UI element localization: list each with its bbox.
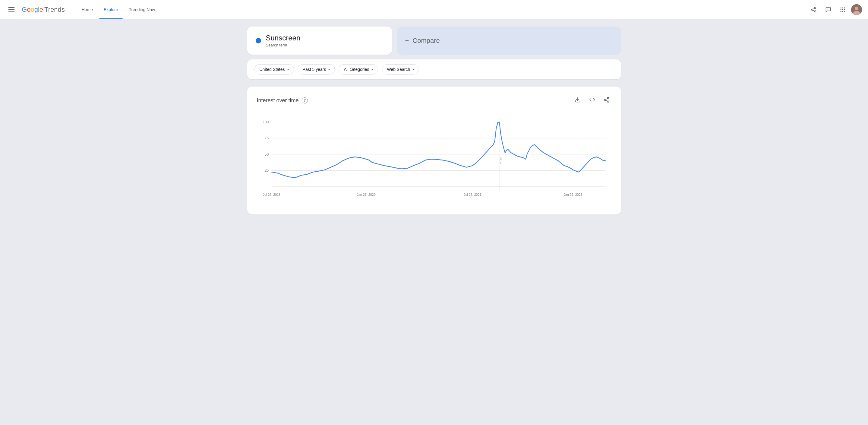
svg-point-13 (844, 11, 845, 12)
location-chevron-icon: ▾ (287, 68, 289, 71)
categories-filter-label: All categories (344, 67, 369, 72)
svg-point-5 (841, 7, 841, 8)
svg-text:25: 25 (265, 168, 269, 173)
svg-point-12 (842, 11, 843, 12)
svg-point-7 (844, 7, 845, 8)
logo-e: e (39, 6, 43, 13)
svg-line-3 (813, 10, 815, 11)
main-nav: Home Explore Trending Now (77, 0, 160, 19)
time-range-chevron-icon: ▾ (328, 68, 330, 71)
location-filter[interactable]: United States ▾ (254, 64, 294, 74)
chart-title-row: Interest over time ? (257, 97, 308, 104)
svg-text:Jul 25, 2021: Jul 25, 2021 (464, 192, 482, 196)
categories-filter[interactable]: All categories ▾ (339, 64, 378, 74)
feedback-button[interactable] (822, 4, 834, 16)
compare-plus-icon: + (405, 37, 409, 44)
chart-actions (573, 95, 612, 106)
search-term-dot (256, 38, 261, 43)
svg-point-6 (842, 7, 843, 8)
svg-text:Jul 29, 2018: Jul 29, 2018 (262, 192, 280, 196)
svg-point-8 (841, 9, 841, 10)
filter-row: United States ▾ Past 5 years ▾ All categ… (247, 59, 621, 79)
download-button[interactable] (573, 95, 583, 106)
svg-text:Jan 22, 2023: Jan 22, 2023 (563, 192, 582, 196)
svg-text:Note: Note (499, 157, 502, 164)
svg-point-11 (841, 11, 841, 12)
chart-container: 100 75 50 25 Note Jul 29, 2018 Jan 26, 2… (257, 116, 612, 207)
nav-trending-now[interactable]: Trending Now (124, 0, 160, 19)
apps-button[interactable] (837, 4, 849, 16)
logo-o2: o (30, 6, 34, 13)
svg-text:75: 75 (265, 136, 269, 141)
chart-title: Interest over time (257, 97, 299, 104)
nav-home[interactable]: Home (77, 0, 98, 19)
search-row: Sunscreen Search term + Compare (247, 27, 621, 55)
chart-share-button[interactable] (602, 95, 612, 106)
embed-button[interactable] (587, 95, 597, 106)
nav-explore[interactable]: Explore (99, 0, 123, 19)
header-left: Google Trends Home Explore Trending Now (6, 0, 808, 19)
time-range-filter-label: Past 5 years (303, 67, 326, 72)
search-type-filter-label: Web Search (387, 67, 410, 72)
interest-chart: 100 75 50 25 Note Jul 29, 2018 Jan 26, 2… (257, 116, 612, 206)
search-term-name: Sunscreen (266, 34, 301, 42)
logo-g2: g (34, 6, 38, 13)
svg-text:50: 50 (265, 152, 269, 156)
svg-line-22 (606, 98, 608, 99)
location-filter-label: United States (259, 67, 285, 72)
help-icon[interactable]: ? (302, 97, 308, 103)
svg-point-10 (844, 9, 845, 10)
user-avatar[interactable] (851, 4, 862, 15)
main-content: Sunscreen Search term + Compare United S… (223, 19, 645, 222)
svg-line-4 (813, 8, 815, 9)
logo-o1: o (27, 6, 30, 13)
header-right (808, 4, 862, 16)
logo-trends: Trends (44, 6, 65, 13)
svg-point-15 (855, 7, 858, 10)
search-type-chevron-icon: ▾ (412, 68, 414, 71)
compare-label: Compare (412, 37, 440, 44)
google-trends-logo[interactable]: Google Trends (22, 6, 65, 13)
svg-text:100: 100 (262, 120, 269, 124)
share-button[interactable] (808, 4, 820, 16)
search-term-card[interactable]: Sunscreen Search term (247, 27, 392, 55)
search-term-text: Sunscreen Search term (266, 34, 301, 48)
time-range-filter[interactable]: Past 5 years ▾ (298, 64, 335, 74)
search-type-filter[interactable]: Web Search ▾ (382, 64, 419, 74)
chart-card: Interest over time ? (247, 87, 621, 214)
search-term-type: Search term (266, 43, 301, 48)
menu-button[interactable] (6, 5, 17, 14)
categories-chevron-icon: ▾ (371, 68, 373, 71)
compare-card[interactable]: + Compare (397, 27, 621, 55)
header: Google Trends Home Explore Trending Now (0, 0, 868, 19)
svg-point-9 (842, 9, 843, 10)
svg-line-21 (606, 100, 608, 101)
chart-header: Interest over time ? (257, 95, 612, 106)
logo-g: G (22, 6, 27, 13)
svg-text:Jan 26, 2020: Jan 26, 2020 (356, 192, 375, 196)
